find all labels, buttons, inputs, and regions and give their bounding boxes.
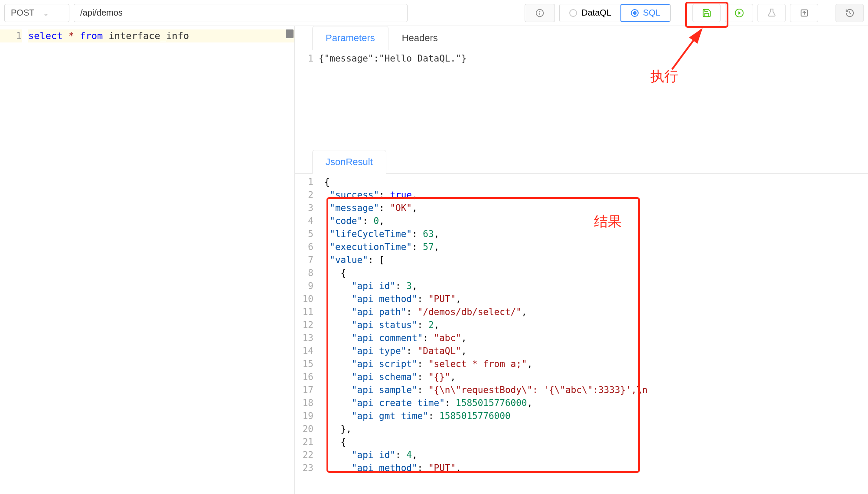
tab-headers[interactable]: Headers xyxy=(388,26,451,50)
result-line: "api_id": 4, xyxy=(319,448,868,462)
line-number: 14 xyxy=(295,344,313,358)
scroll-indicator xyxy=(286,29,294,38)
line-number: 2 xyxy=(295,188,313,202)
result-line: "api_id": 3, xyxy=(319,280,868,292)
right-panel: Parameters Headers 1 {"message":"Hello D… xyxy=(295,26,868,494)
result-line: "api_type": "DataQL", xyxy=(319,344,868,358)
line-number: 1 xyxy=(295,176,313,188)
radio-icon xyxy=(631,9,639,17)
line-number: 11 xyxy=(295,306,313,318)
publish-button[interactable] xyxy=(790,4,818,22)
info-button[interactable] xyxy=(525,4,555,22)
api-path-input[interactable] xyxy=(74,4,408,22)
line-number: 19 xyxy=(295,410,313,422)
gutter: 1 xyxy=(0,26,28,42)
result-line: "executionTime": 57, xyxy=(319,240,868,254)
result-line: "api_gmt_time": 1585015776000 xyxy=(319,410,868,422)
dataql-label: DataQL xyxy=(581,8,611,18)
result-line: "api_status": 2, xyxy=(319,318,868,332)
result-line: "api_schema": "{}", xyxy=(319,370,868,384)
result-line: "success": true, xyxy=(319,188,868,202)
line-number: 12 xyxy=(295,318,313,332)
line-number: 3 xyxy=(295,202,313,214)
execute-button[interactable] xyxy=(725,4,753,22)
line-number: 9 xyxy=(295,280,313,292)
sql-editor-panel: 1 select * from interface_info xyxy=(0,26,295,494)
result-line: "api_method": "PUT". xyxy=(319,462,868,474)
line-number: 22 xyxy=(295,448,313,462)
line-number: 15 xyxy=(295,358,313,370)
result-section: 1234567891011121314151617181920212223 { … xyxy=(295,174,868,494)
dataql-radio[interactable]: DataQL xyxy=(560,4,621,22)
result-line: "api_path": "/demos/db/select/", xyxy=(319,306,868,318)
result-line: "api_script": "select * from a;", xyxy=(319,358,868,370)
save-button[interactable] xyxy=(692,4,721,22)
line-number: 17 xyxy=(295,384,313,396)
radio-icon xyxy=(569,9,577,17)
http-method-select[interactable]: POST xyxy=(4,4,69,22)
line-number: 20 xyxy=(295,422,313,436)
line-number: 16 xyxy=(295,370,313,384)
language-toggle: DataQL SQL xyxy=(559,4,671,22)
params-code[interactable]: {"message":"Hello DataQL."} xyxy=(319,50,868,150)
result-tabs: JsonResult xyxy=(295,150,868,174)
line-number: 1 xyxy=(0,29,22,42)
code-area[interactable]: select * from interface_info xyxy=(28,26,294,42)
tab-jsonresult[interactable]: JsonResult xyxy=(312,150,386,174)
svg-marker-4 xyxy=(738,11,741,14)
line-number: 18 xyxy=(295,396,313,410)
line-number: 1 xyxy=(295,52,313,65)
request-tabs: Parameters Headers xyxy=(295,26,868,50)
line-number: 6 xyxy=(295,240,313,254)
result-line: { xyxy=(319,436,868,448)
result-line: }, xyxy=(319,422,868,436)
gutter: 1 xyxy=(295,50,319,150)
result-line: "code": 0, xyxy=(319,214,868,228)
line-number: 5 xyxy=(295,228,313,240)
tab-parameters[interactable]: Parameters xyxy=(312,26,388,50)
chevron-down-icon xyxy=(43,10,49,16)
sql-label: SQL xyxy=(643,8,660,18)
result-editor[interactable]: 1234567891011121314151617181920212223 { … xyxy=(295,174,868,474)
params-editor[interactable]: 1 {"message":"Hello DataQL."} xyxy=(295,50,868,150)
method-label: POST xyxy=(11,8,34,18)
line-number: 4 xyxy=(295,214,313,228)
svg-rect-2 xyxy=(539,13,540,15)
result-line: "api_create_time": 1585015776000, xyxy=(319,396,868,410)
sql-line-1: select * from interface_info xyxy=(28,29,294,42)
sql-editor[interactable]: 1 select * from interface_info xyxy=(0,26,294,42)
result-line: "api_sample": "{\n\"requestBody\": '{\"a… xyxy=(319,384,868,396)
line-number: 10 xyxy=(295,292,313,306)
line-number: 23 xyxy=(295,462,313,474)
main-split: 1 select * from interface_info Parameter… xyxy=(0,26,868,494)
line-number: 21 xyxy=(295,436,313,448)
line-number: 7 xyxy=(295,254,313,266)
test-button[interactable] xyxy=(757,4,786,22)
result-line: "message": "OK", xyxy=(319,202,868,214)
svg-point-1 xyxy=(539,11,541,12)
toolbar: POST DataQL SQL xyxy=(0,0,868,26)
result-line: { xyxy=(319,176,868,188)
result-line: { xyxy=(319,266,868,280)
result-line: "lifeCycleTime": 63, xyxy=(319,228,868,240)
line-number: 13 xyxy=(295,332,313,344)
line-number: 8 xyxy=(295,266,313,280)
result-line: "api_method": "PUT", xyxy=(319,292,868,306)
sql-radio[interactable]: SQL xyxy=(620,4,671,22)
result-line: "api_comment": "abc", xyxy=(319,332,868,344)
result-code: { "success": true, "message": "OK", "cod… xyxy=(319,174,868,474)
history-button[interactable] xyxy=(835,4,864,22)
result-line: "value": [ xyxy=(319,254,868,266)
params-line-1: {"message":"Hello DataQL."} xyxy=(319,52,868,65)
gutter: 1234567891011121314151617181920212223 xyxy=(295,174,319,474)
